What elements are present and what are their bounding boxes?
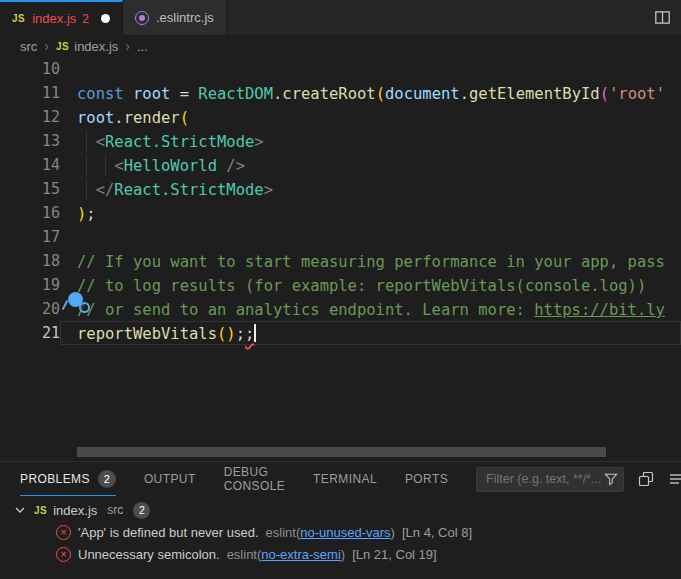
panel-tab-problems[interactable]: PROBLEMS2	[20, 462, 116, 496]
line-content[interactable]: const root = ReactDOM.createRoot(documen…	[60, 81, 681, 105]
tab-eslintrc-js[interactable]: .eslintrc.js	[123, 0, 227, 35]
panel-tab-ports[interactable]: PORTS	[405, 462, 448, 496]
code-token: root	[77, 109, 114, 127]
line-content[interactable]: <HelloWorld />	[60, 153, 681, 177]
eslint-rule-link[interactable]: no-unused-vars	[300, 525, 390, 540]
breadcrumb-folder[interactable]: src	[20, 39, 37, 54]
tab-bar-spacer	[227, 0, 681, 35]
code-line[interactable]: 18// If you want to start measuring perf…	[0, 249, 681, 273]
code-line[interactable]: 13 <React.StrictMode>	[0, 129, 681, 153]
line-content[interactable]: <React.StrictMode>	[60, 129, 681, 153]
line-content[interactable]: );	[60, 201, 681, 225]
eslint-rule-link[interactable]: no-extra-semi	[261, 547, 340, 562]
line-content[interactable]: // or send to an analytics endpoint. Lea…	[60, 297, 681, 321]
panel-tab-label: OUTPUT	[144, 472, 196, 486]
code-line[interactable]: 20// or send to an analytics endpoint. L…	[0, 297, 681, 321]
indent-guide	[86, 154, 87, 176]
code-token: HelloWorld	[124, 157, 217, 175]
line-number[interactable]: 18	[0, 249, 60, 273]
problem-source-prefix: eslint(	[227, 547, 262, 562]
panel-tab-terminal[interactable]: TERMINAL	[313, 462, 377, 496]
code-line[interactable]: 11const root = ReactDOM.createRoot(docum…	[0, 81, 681, 105]
code-token: </	[96, 181, 115, 199]
code-token: )	[77, 205, 86, 223]
filter-funnel-icon[interactable]	[604, 472, 618, 486]
code-line[interactable]: 21reportWebVitals();;	[0, 321, 681, 345]
modified-indicator[interactable]	[101, 14, 110, 23]
code-token: =	[170, 85, 198, 103]
split-editor-icon[interactable]	[654, 9, 671, 26]
vscode-window: JS index.js 2 .eslintrc.js src › JS inde…	[0, 0, 681, 579]
tab-index-js[interactable]: JS index.js 2	[0, 0, 123, 35]
list-icon[interactable]	[668, 471, 681, 487]
text-cursor	[254, 324, 256, 342]
line-number[interactable]: 19	[0, 273, 60, 297]
comment-link[interactable]: https://bit.ly	[534, 301, 665, 319]
line-number[interactable]: 21	[0, 321, 60, 345]
code-token: <	[114, 157, 123, 175]
code-line[interactable]: 12root.render(	[0, 105, 681, 129]
line-content[interactable]	[60, 57, 681, 81]
line-number[interactable]: 15	[0, 177, 60, 201]
breadcrumb: src › JS index.js › ...	[0, 35, 681, 57]
breadcrumb-symbol[interactable]: ...	[137, 39, 148, 54]
problem-item[interactable]: ×Unnecessary semicolon.eslint(no-extra-s…	[0, 543, 681, 565]
code-token: >	[254, 133, 263, 151]
code-token	[77, 157, 114, 175]
code-token: ;	[245, 325, 254, 343]
line-number[interactable]: 17	[0, 225, 60, 249]
tab-label: index.js	[32, 11, 76, 26]
line-content[interactable]: // If you want to start measuring perfor…	[60, 249, 681, 273]
code-token: .	[460, 85, 469, 103]
problem-source-suffix: )	[341, 547, 345, 562]
line-content[interactable]: </React.StrictMode>	[60, 177, 681, 201]
indent-guide	[105, 154, 106, 176]
problems-file-group[interactable]: JS index.js src 2	[0, 499, 681, 521]
line-number[interactable]: 20	[0, 297, 60, 321]
line-number[interactable]: 12	[0, 105, 60, 129]
line-number[interactable]: 13	[0, 129, 60, 153]
problems-count-badge: 2	[133, 502, 150, 519]
code-line[interactable]: 15 </React.StrictMode>	[0, 177, 681, 201]
code-token: React.StrictMode	[105, 133, 254, 151]
filter-input[interactable]	[484, 471, 604, 487]
panel-tab-bar: PROBLEMS2OUTPUTDEBUG CONSOLETERMINALPORT…	[0, 462, 681, 496]
line-content[interactable]: root.render(	[60, 105, 681, 129]
code-line[interactable]: 17	[0, 225, 681, 249]
problems-file-path: src	[107, 503, 123, 517]
line-number[interactable]: 10	[0, 57, 60, 81]
chevron-right-icon: ›	[125, 38, 130, 54]
horizontal-scrollbar[interactable]	[77, 447, 606, 457]
indent-guide	[86, 130, 87, 152]
code-token: document	[385, 85, 460, 103]
line-content[interactable]	[60, 225, 681, 249]
line-number[interactable]: 16	[0, 201, 60, 225]
problem-location: [Ln 4, Col 8]	[402, 525, 472, 540]
code-line[interactable]: 14 <HelloWorld />	[0, 153, 681, 177]
problem-location: [Ln 21, Col 19]	[352, 547, 437, 562]
error-icon: ×	[56, 547, 71, 562]
problem-source: eslint(no-unused-vars)	[266, 525, 395, 540]
panel-tab-debug-console[interactable]: DEBUG CONSOLE	[224, 462, 285, 496]
code-token: // If you want to start measuring perfor…	[77, 253, 665, 271]
code-token: (	[600, 85, 609, 103]
code-token: getElementById	[469, 85, 600, 103]
line-number[interactable]: 14	[0, 153, 60, 177]
breadcrumb-file[interactable]: index.js	[74, 39, 118, 54]
code-editor[interactable]: 1011const root = ReactDOM.createRoot(doc…	[0, 57, 681, 461]
copy-icon[interactable]	[638, 471, 654, 487]
line-content[interactable]: // to log results (for example: reportWe…	[60, 273, 681, 297]
problem-source: eslint(no-extra-semi)	[227, 547, 346, 562]
code-line[interactable]: 10	[0, 57, 681, 81]
problem-message: 'App' is defined but never used.	[78, 525, 259, 540]
javascript-file-icon: JS	[56, 41, 69, 52]
line-content[interactable]: reportWebVitals();;	[60, 321, 681, 345]
code-line[interactable]: 16);	[0, 201, 681, 225]
code-token: // or send to an analytics endpoint. Lea…	[77, 301, 534, 319]
code-lines: 1011const root = ReactDOM.createRoot(doc…	[0, 57, 681, 345]
problem-item[interactable]: ×'App' is defined but never used.eslint(…	[0, 521, 681, 543]
line-number[interactable]: 11	[0, 81, 60, 105]
code-token: .	[273, 85, 282, 103]
panel-tab-output[interactable]: OUTPUT	[144, 462, 196, 496]
code-line[interactable]: 19// to log results (for example: report…	[0, 273, 681, 297]
